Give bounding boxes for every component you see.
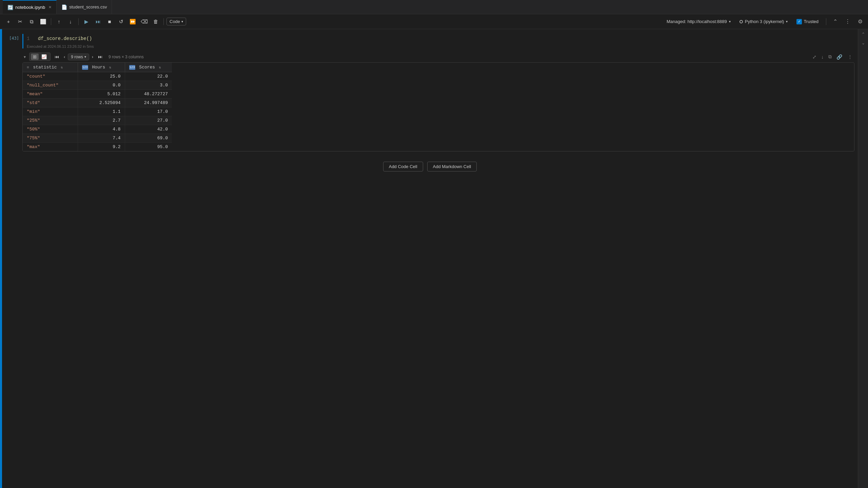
cell-scores: 69.0 [125, 134, 172, 143]
trusted-badge[interactable]: ✓ Trusted [794, 18, 821, 26]
filter-output-icon[interactable]: ⧉ [827, 53, 833, 60]
col-name-statistic: statistic [33, 65, 57, 70]
output-area: ▾ ⊞ 📈 ⏮ ‹ 9 rows ▾ › ⏭ 9 rows × 3 column… [22, 53, 854, 151]
cell-hours: 1.1 [78, 107, 125, 116]
add-cell-button[interactable]: + [3, 17, 14, 26]
cell-hours: 9.2 [78, 143, 125, 151]
run-all-button[interactable]: ⏭ [93, 17, 103, 26]
table-row: "count"25.022.0 [23, 72, 172, 81]
csv-icon: 📄 [61, 4, 67, 10]
kernel-status-dot [739, 20, 743, 23]
notebook-icon: 🔄 [7, 5, 13, 10]
table-header-row: ≡ statistic ⇅ 123 Hours ⇅ 123 [23, 63, 172, 72]
next-page-button[interactable]: › [90, 54, 95, 60]
cell-statistic: "min" [23, 107, 78, 116]
delete-button[interactable]: 🗑 [151, 17, 161, 26]
settings-icon[interactable]: ⚙ [856, 18, 865, 25]
tab-close-notebook[interactable]: ✕ [48, 5, 52, 9]
bottom-buttons: Add Code Cell Add Markdown Cell [2, 158, 858, 175]
first-page-button[interactable]: ⏮ [53, 54, 61, 60]
kernel-name-info[interactable]: Python 3 (ipykernel) ▾ [737, 18, 791, 25]
kernel-server-info[interactable]: Managed: http://localhost:8889 ▾ [664, 18, 733, 25]
chart-view-button[interactable]: 📈 [39, 54, 49, 60]
table-row: "25%"2.727.0 [23, 116, 172, 125]
tab-notebook[interactable]: 🔄 notebook.ipynb ✕ [3, 0, 57, 14]
output-actions: ⤢ ↓ ⧉ 🔗 ⋮ [811, 53, 854, 60]
link-output-icon[interactable]: 🔗 [835, 54, 844, 60]
cell-content: 1 df_score.describe() Executed at 2024.0… [22, 34, 858, 48]
cell-type-dropdown[interactable]: Code ▾ [166, 18, 186, 25]
output-table: ≡ statistic ⇅ 123 Hours ⇅ 123 [22, 62, 854, 151]
add-code-cell-button[interactable]: Add Code Cell [383, 162, 423, 171]
cell-scores: 27.0 [125, 116, 172, 125]
cell-statistic: "std" [23, 99, 78, 107]
cell-scores: 3.0 [125, 81, 172, 90]
move-up-button[interactable]: ↑ [54, 17, 64, 26]
cell-43: [43] 1 df_score.describe() Executed at 2… [2, 33, 858, 50]
cell-hours: 7.4 [78, 134, 125, 143]
col-header-scores: 123 Scores ⇅ [125, 63, 172, 72]
clear-button[interactable]: ⌫ [139, 17, 149, 26]
cell-hours: 4.8 [78, 125, 125, 134]
sort-icon-scores[interactable]: ⇅ [159, 65, 161, 69]
table-body: "count"25.022.0"null_count"0.03.0"mean"5… [23, 72, 172, 151]
move-down-button[interactable]: ↓ [65, 17, 76, 26]
table-row: "std"2.52509424.997489 [23, 99, 172, 107]
cell-statistic: "50%" [23, 125, 78, 134]
filter-icon-stat[interactable]: ≡ [27, 65, 29, 69]
separator-1 [51, 18, 51, 25]
sort-icon-hours[interactable]: ⇅ [109, 65, 111, 69]
expand-output-icon[interactable]: ⤢ [811, 54, 818, 60]
main-content: [43] 1 df_score.describe() Executed at 2… [0, 29, 868, 488]
col-type-icon-scores: 123 [129, 65, 135, 70]
output-collapse-icon[interactable]: ▾ [22, 54, 27, 60]
grid-view-button[interactable]: ⊞ [31, 54, 39, 60]
tab-csv[interactable]: 📄 student_scores.csv [57, 0, 112, 14]
cell-code[interactable]: 1 df_score.describe() [27, 34, 858, 44]
cell-statistic: "null_count" [23, 81, 78, 90]
table-row: "null_count"0.03.0 [23, 81, 172, 90]
prev-page-button[interactable]: ‹ [62, 54, 67, 60]
add-markdown-cell-button[interactable]: Add Markdown Cell [427, 162, 477, 171]
cell-scores: 48.272727 [125, 90, 172, 99]
run-cell-button[interactable]: ▶ [81, 17, 92, 26]
cell-scores: 24.997489 [125, 99, 172, 107]
toolbar: + ✂ ⧉ ⬜ ↑ ↓ ▶ ⏭ ■ ↺ ⏩ ⌫ 🗑 Code ▾ Managed… [0, 14, 868, 29]
kernel-name-arrow: ▾ [786, 20, 788, 23]
tab-bar: 🔄 notebook.ipynb ✕ 📄 student_scores.csv [0, 0, 868, 14]
sidebar-down-icon[interactable]: ⌄ [860, 39, 867, 47]
table-row: "75%"7.469.0 [23, 134, 172, 143]
interrupt-button[interactable]: ■ [104, 17, 115, 26]
sort-icon-stat[interactable]: ⇅ [61, 65, 63, 69]
cut-button[interactable]: ✂ [15, 17, 25, 26]
cell-hours: 2.7 [78, 116, 125, 125]
pagination-controls: ⏮ ‹ 9 rows ▾ › ⏭ [53, 54, 104, 60]
cell-scores: 42.0 [125, 125, 172, 134]
col-name-scores: Scores [139, 65, 155, 70]
notebook-area: [43] 1 df_score.describe() Executed at 2… [2, 29, 858, 488]
restart-run-button[interactable]: ⏩ [127, 17, 138, 26]
output-more-options-icon[interactable]: ⋮ [846, 54, 854, 60]
view-controls: ⊞ 📈 [29, 53, 51, 61]
download-output-icon[interactable]: ↓ [820, 54, 825, 60]
tab-csv-label: student_scores.csv [69, 4, 107, 9]
table-row: "max"9.295.0 [23, 143, 172, 151]
cell-scores: 17.0 [125, 107, 172, 116]
cell-statistic: "25%" [23, 116, 78, 125]
trusted-check-icon: ✓ [796, 19, 802, 24]
more-options-icon[interactable]: ⋮ [843, 18, 852, 25]
line-number: 1 [27, 36, 29, 41]
rows-per-page-select[interactable]: 9 rows ▾ [68, 54, 89, 60]
code-text: df_score.describe() [38, 36, 92, 41]
last-page-button[interactable]: ⏭ [96, 54, 104, 60]
sidebar-up-icon[interactable]: ⌃ [860, 30, 867, 38]
cell-execution-meta: Executed at 2024.06.11 23:26:32 in 5ms [27, 44, 858, 48]
col-header-hours: 123 Hours ⇅ [78, 63, 125, 72]
paste-button[interactable]: ⬜ [38, 17, 48, 26]
toolbar-right: Managed: http://localhost:8889 ▾ Python … [664, 18, 865, 26]
restart-button[interactable]: ↺ [116, 17, 126, 26]
copy-button[interactable]: ⧉ [26, 17, 37, 26]
cell-scores: 22.0 [125, 72, 172, 81]
cell-hours: 25.0 [78, 72, 125, 81]
expand-icon[interactable]: ⌃ [831, 18, 840, 25]
